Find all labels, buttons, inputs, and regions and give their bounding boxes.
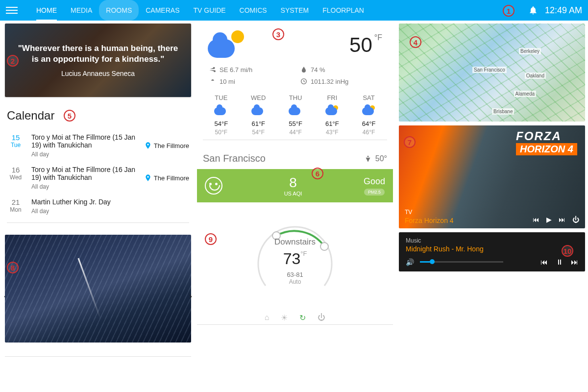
menu-icon[interactable] <box>6 4 18 16</box>
pressure-stat: 1011.32 inHg <box>300 77 381 85</box>
map-label: San Francisco <box>472 67 507 73</box>
map-label: Brisbane <box>492 108 514 115</box>
annotation-9: 9 <box>205 233 217 245</box>
volume-slider[interactable] <box>420 261 503 263</box>
game-next-icon[interactable]: ⏭ <box>559 216 565 223</box>
calendar-event[interactable]: 15Tue Toro y Moi at The Fillmore (15 Jan… <box>7 129 189 162</box>
humidity-stat: 74 % <box>300 66 381 74</box>
current-temp: 50°F <box>349 33 382 57</box>
clock: 12:49 AM <box>545 5 582 16</box>
tab-cameras[interactable]: CAMERAS <box>139 0 186 21</box>
annotation-10: 10 <box>562 245 573 257</box>
thermostat-range: 63-81 <box>287 271 303 278</box>
map-label: Oakland <box>525 73 546 79</box>
thermo-power-icon[interactable]: ⏻ <box>318 313 325 322</box>
annotation-5: 5 <box>64 110 75 122</box>
tab-media[interactable]: MEDIA <box>64 0 99 21</box>
weather-condition-icon <box>208 30 247 60</box>
annotation-6: 6 <box>312 168 323 179</box>
quote-card: "Wherever there is a human being, there … <box>5 24 191 97</box>
forecast-day: SAT64°F46°F <box>362 94 376 136</box>
forecast-day: WED61°F54°F <box>251 94 266 136</box>
tab-system[interactable]: SYSTEM <box>274 0 316 21</box>
forecast-day: THU55°F44°F <box>289 94 302 136</box>
calendar-title: Calendar <box>7 109 189 122</box>
game-source: TV <box>405 209 454 216</box>
weather-card: 50°F SE 6.7 mi/h 74 % 10 mi 1011.32 inHg… <box>197 24 393 144</box>
tab-home[interactable]: HOME <box>29 0 64 21</box>
aqi-pollutant: PM2.5 <box>364 189 385 196</box>
aqi-city-name: San Francisco <box>203 153 266 164</box>
quote-author: Lucius Annaeus Seneca <box>61 70 135 77</box>
annotation-8: 8 <box>7 262 19 273</box>
calendar-event[interactable]: 16Wed Toro y Moi at The Fillmore (16 Jan… <box>7 162 189 194</box>
annotation-7: 7 <box>404 136 416 148</box>
visibility-stat: 10 mi <box>209 77 290 85</box>
photo-image[interactable] <box>5 235 191 343</box>
event-date: 21Mon <box>7 198 24 215</box>
tab-comics[interactable]: COMICS <box>233 0 274 21</box>
event-location: The Fillmore <box>144 166 189 190</box>
thermostat-temp: 73°F <box>283 250 307 268</box>
game-prev-icon[interactable]: ⏮ <box>533 216 539 223</box>
aqi-city-temp: 50° <box>364 154 387 163</box>
top-bar: HOMEMEDIAROOMSCAMERASTV GUIDECOMICSSYSTE… <box>0 0 588 21</box>
game-play-icon[interactable]: ▶ <box>546 216 552 223</box>
calendar-event[interactable]: 21Mon Martin Luther King Jr. DayAll day <box>7 194 189 219</box>
event-title: Toro y Moi at The Fillmore (16 Jan 19) w… <box>31 166 137 190</box>
annotation-3: 3 <box>272 28 284 40</box>
map-card[interactable]: San Francisco Oakland Berkeley Alameda B… <box>399 24 585 122</box>
thermo-away-icon[interactable]: ⌂ <box>265 313 270 322</box>
game-title: Forza Horizon 4 <box>405 217 454 224</box>
event-date: 16Wed <box>7 166 24 190</box>
photo-card: ‹ › <box>5 235 191 357</box>
thermo-auto-icon[interactable]: ↻ <box>299 313 306 322</box>
thermo-heat-icon[interactable]: ☀ <box>281 313 288 322</box>
game-logo: FORZA HORIZON 4 <box>516 129 577 155</box>
tab-tv-guide[interactable]: TV GUIDE <box>186 0 232 21</box>
nav-tabs: HOMEMEDIAROOMSCAMERASTV GUIDECOMICSSYSTE… <box>29 0 371 21</box>
music-card: Music Midnight Rush - Mr. Hong 🔊 ⏮ ⏸ ⏭ <box>399 232 585 271</box>
bell-icon[interactable] <box>528 5 538 15</box>
music-prev-icon[interactable]: ⏮ <box>540 258 548 266</box>
map-label: Berkeley <box>519 48 541 54</box>
aqi-value: 8 <box>284 175 302 191</box>
event-title: Martin Luther King Jr. DayAll day <box>31 198 189 215</box>
event-title: Toro y Moi at The Fillmore (15 Jan 19) w… <box>31 133 137 158</box>
forecast-day: FRI61°F43°F <box>325 94 339 136</box>
calendar-card: Calendar 15Tue Toro y Moi at The Fillmor… <box>5 101 191 231</box>
game-power-icon[interactable]: ⏻ <box>572 216 579 223</box>
music-next-icon[interactable]: ⏭ <box>571 258 578 266</box>
aqi-scale: US AQI <box>284 191 302 196</box>
tab-floorplan[interactable]: FLOORPLAN <box>316 0 371 21</box>
forecast-day: TUE54°F50°F <box>214 94 228 136</box>
thermostat-card[interactable]: Downstairs 73°F 63-81 Auto ⌂ ☀ ↻ ⏻ <box>197 206 393 325</box>
event-time: All day <box>31 183 137 190</box>
carousel-next-icon[interactable]: › <box>187 289 194 303</box>
event-time: All day <box>31 208 189 215</box>
aqi-card: San Francisco 50° 8US AQI GoodPM2.5 <box>197 148 393 202</box>
event-time: All day <box>31 151 137 158</box>
aqi-face-icon <box>205 177 222 195</box>
map-label: Alameda <box>514 91 536 97</box>
annotation-1: 1 <box>503 5 514 17</box>
tab-rooms[interactable]: ROOMS <box>99 0 139 21</box>
music-pause-icon[interactable]: ⏸ <box>556 258 563 266</box>
thermostat-name: Downstairs <box>274 237 316 247</box>
quote-text: "Wherever there is a human being, there … <box>15 43 181 65</box>
forecast-row: TUE54°F50°FWED61°F54°FTHU55°F44°FFRI61°F… <box>203 88 387 140</box>
music-title: Midnight Rush - Mr. Hong <box>406 245 578 253</box>
music-source: Music <box>406 237 578 244</box>
event-location: The Fillmore <box>144 133 189 158</box>
thermostat-mode: Auto <box>289 278 301 285</box>
aqi-status: Good <box>364 176 385 187</box>
annotation-4: 4 <box>410 36 421 48</box>
volume-icon[interactable]: 🔊 <box>406 258 414 266</box>
wind-stat: SE 6.7 mi/h <box>209 66 290 74</box>
game-card[interactable]: FORZA HORIZON 4 TV Forza Horizon 4 ⏮ ▶ ⏭… <box>399 125 585 228</box>
annotation-2: 2 <box>7 55 19 67</box>
event-date: 15Tue <box>7 133 24 158</box>
